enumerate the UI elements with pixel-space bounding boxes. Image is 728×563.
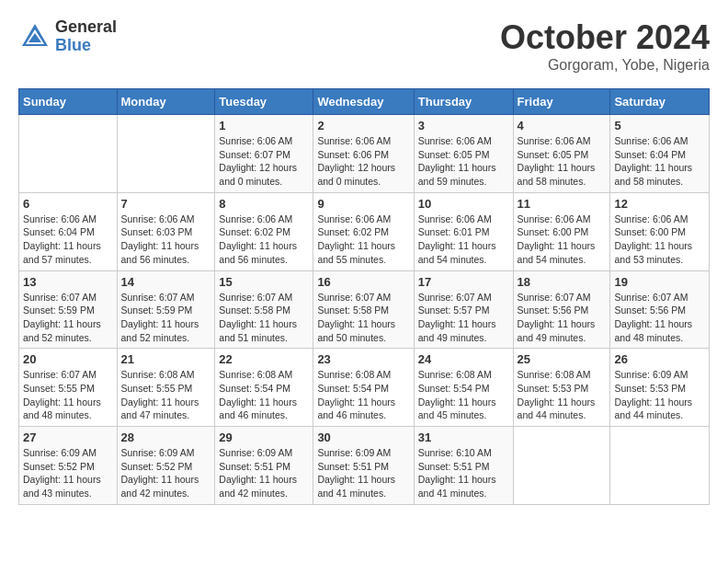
day-info: Sunrise: 6:06 AMSunset: 6:02 PMDaylight:… [317, 213, 409, 267]
title-block: October 2024 Gorgoram, Yobe, Nigeria [500, 18, 710, 74]
logo-blue-text: Blue [55, 37, 117, 55]
calendar-cell: 17Sunrise: 6:07 AMSunset: 5:57 PMDayligh… [414, 270, 513, 349]
calendar-cell [117, 115, 215, 193]
calendar-cell: 10Sunrise: 6:06 AMSunset: 6:01 PMDayligh… [414, 192, 513, 270]
weekday-header-wednesday: Wednesday [313, 89, 414, 115]
week-row-5: 27Sunrise: 6:09 AMSunset: 5:52 PMDayligh… [19, 427, 710, 505]
weekday-header-monday: Monday [117, 89, 215, 115]
day-info: Sunrise: 6:07 AMSunset: 5:56 PMDaylight:… [518, 291, 607, 345]
calendar-cell: 25Sunrise: 6:08 AMSunset: 5:53 PMDayligh… [513, 349, 610, 427]
weekday-header-saturday: Saturday [610, 89, 710, 115]
week-row-3: 13Sunrise: 6:07 AMSunset: 5:59 PMDayligh… [19, 270, 710, 349]
day-number: 22 [219, 352, 309, 366]
day-info: Sunrise: 6:08 AMSunset: 5:55 PMDaylight:… [121, 368, 211, 422]
calendar-cell [513, 427, 610, 505]
calendar-cell: 4Sunrise: 6:06 AMSunset: 6:05 PMDaylight… [513, 115, 610, 193]
day-number: 6 [23, 197, 113, 211]
calendar-cell: 2Sunrise: 6:06 AMSunset: 6:06 PMDaylight… [313, 115, 414, 193]
day-number: 26 [614, 352, 705, 366]
day-info: Sunrise: 6:09 AMSunset: 5:51 PMDaylight:… [317, 446, 409, 500]
day-number: 10 [418, 197, 509, 211]
day-info: Sunrise: 6:08 AMSunset: 5:54 PMDaylight:… [317, 368, 409, 422]
day-number: 14 [121, 275, 211, 289]
day-number: 25 [518, 352, 607, 366]
calendar-cell: 27Sunrise: 6:09 AMSunset: 5:52 PMDayligh… [19, 427, 118, 505]
day-number: 7 [121, 197, 211, 211]
calendar-cell: 21Sunrise: 6:08 AMSunset: 5:55 PMDayligh… [117, 349, 215, 427]
calendar-cell: 24Sunrise: 6:08 AMSunset: 5:54 PMDayligh… [414, 349, 513, 427]
day-info: Sunrise: 6:09 AMSunset: 5:53 PMDaylight:… [614, 368, 705, 422]
day-number: 2 [317, 119, 409, 132]
calendar-cell [610, 427, 710, 505]
week-row-4: 20Sunrise: 6:07 AMSunset: 5:55 PMDayligh… [19, 349, 710, 427]
calendar-cell: 31Sunrise: 6:10 AMSunset: 5:51 PMDayligh… [414, 427, 513, 505]
day-info: Sunrise: 6:07 AMSunset: 5:58 PMDaylight:… [317, 291, 409, 345]
calendar-cell: 15Sunrise: 6:07 AMSunset: 5:58 PMDayligh… [215, 270, 313, 349]
day-number: 13 [23, 275, 113, 289]
calendar-cell: 23Sunrise: 6:08 AMSunset: 5:54 PMDayligh… [313, 349, 414, 427]
day-info: Sunrise: 6:07 AMSunset: 5:58 PMDaylight:… [219, 291, 309, 345]
day-info: Sunrise: 6:06 AMSunset: 6:06 PMDaylight:… [317, 134, 409, 189]
day-number: 30 [317, 431, 409, 444]
day-number: 27 [23, 431, 113, 444]
day-info: Sunrise: 6:08 AMSunset: 5:54 PMDaylight:… [418, 368, 509, 422]
calendar-cell: 19Sunrise: 6:07 AMSunset: 5:56 PMDayligh… [610, 270, 710, 349]
logo-icon [18, 20, 51, 53]
day-number: 17 [418, 275, 509, 289]
logo: General Blue [18, 18, 117, 55]
weekday-header-row: SundayMondayTuesdayWednesdayThursdayFrid… [19, 89, 710, 115]
day-info: Sunrise: 6:06 AMSunset: 6:05 PMDaylight:… [518, 134, 607, 189]
calendar-cell: 9Sunrise: 6:06 AMSunset: 6:02 PMDaylight… [313, 192, 414, 270]
calendar-cell: 13Sunrise: 6:07 AMSunset: 5:59 PMDayligh… [19, 270, 118, 349]
page-header: General Blue October 2024 Gorgoram, Yobe… [18, 18, 710, 74]
day-info: Sunrise: 6:07 AMSunset: 5:55 PMDaylight:… [23, 368, 113, 422]
day-number: 19 [614, 275, 705, 289]
week-row-1: 1Sunrise: 6:06 AMSunset: 6:07 PMDaylight… [19, 115, 710, 193]
calendar-cell: 30Sunrise: 6:09 AMSunset: 5:51 PMDayligh… [313, 427, 414, 505]
day-info: Sunrise: 6:06 AMSunset: 6:03 PMDaylight:… [121, 213, 211, 267]
day-info: Sunrise: 6:06 AMSunset: 6:00 PMDaylight:… [614, 213, 705, 267]
day-info: Sunrise: 6:09 AMSunset: 5:52 PMDaylight:… [23, 446, 113, 500]
day-number: 29 [219, 431, 309, 444]
day-number: 9 [317, 197, 409, 211]
day-info: Sunrise: 6:09 AMSunset: 5:51 PMDaylight:… [219, 446, 309, 500]
calendar-cell: 5Sunrise: 6:06 AMSunset: 6:04 PMDaylight… [610, 115, 710, 193]
weekday-header-sunday: Sunday [19, 89, 118, 115]
day-info: Sunrise: 6:06 AMSunset: 6:05 PMDaylight:… [418, 134, 509, 189]
day-info: Sunrise: 6:07 AMSunset: 5:59 PMDaylight:… [23, 291, 113, 345]
calendar-cell: 28Sunrise: 6:09 AMSunset: 5:52 PMDayligh… [117, 427, 215, 505]
calendar-cell: 26Sunrise: 6:09 AMSunset: 5:53 PMDayligh… [610, 349, 710, 427]
calendar-cell: 16Sunrise: 6:07 AMSunset: 5:58 PMDayligh… [313, 270, 414, 349]
day-info: Sunrise: 6:08 AMSunset: 5:53 PMDaylight:… [518, 368, 607, 422]
day-number: 1 [219, 119, 309, 132]
day-number: 23 [317, 352, 409, 366]
day-number: 11 [518, 197, 607, 211]
month-title: October 2024 [500, 18, 710, 57]
day-number: 12 [614, 197, 705, 211]
calendar-cell: 14Sunrise: 6:07 AMSunset: 5:59 PMDayligh… [117, 270, 215, 349]
day-info: Sunrise: 6:10 AMSunset: 5:51 PMDaylight:… [418, 446, 509, 500]
day-number: 16 [317, 275, 409, 289]
calendar-cell: 20Sunrise: 6:07 AMSunset: 5:55 PMDayligh… [19, 349, 118, 427]
calendar-cell [19, 115, 118, 193]
calendar-cell: 11Sunrise: 6:06 AMSunset: 6:00 PMDayligh… [513, 192, 610, 270]
day-number: 21 [121, 352, 211, 366]
location: Gorgoram, Yobe, Nigeria [500, 57, 710, 74]
weekday-header-thursday: Thursday [414, 89, 513, 115]
day-info: Sunrise: 6:07 AMSunset: 5:57 PMDaylight:… [418, 291, 509, 345]
day-number: 31 [418, 431, 509, 444]
calendar-cell: 12Sunrise: 6:06 AMSunset: 6:00 PMDayligh… [610, 192, 710, 270]
day-number: 3 [418, 119, 509, 132]
calendar-cell: 18Sunrise: 6:07 AMSunset: 5:56 PMDayligh… [513, 270, 610, 349]
day-number: 18 [518, 275, 607, 289]
day-info: Sunrise: 6:08 AMSunset: 5:54 PMDaylight:… [219, 368, 309, 422]
calendar-cell: 6Sunrise: 6:06 AMSunset: 6:04 PMDaylight… [19, 192, 118, 270]
calendar-cell: 7Sunrise: 6:06 AMSunset: 6:03 PMDaylight… [117, 192, 215, 270]
calendar-cell: 8Sunrise: 6:06 AMSunset: 6:02 PMDaylight… [215, 192, 313, 270]
calendar-cell: 3Sunrise: 6:06 AMSunset: 6:05 PMDaylight… [414, 115, 513, 193]
weekday-header-tuesday: Tuesday [215, 89, 313, 115]
calendar-cell: 22Sunrise: 6:08 AMSunset: 5:54 PMDayligh… [215, 349, 313, 427]
calendar-cell: 29Sunrise: 6:09 AMSunset: 5:51 PMDayligh… [215, 427, 313, 505]
calendar-table: SundayMondayTuesdayWednesdayThursdayFrid… [18, 88, 710, 505]
day-info: Sunrise: 6:06 AMSunset: 6:07 PMDaylight:… [219, 134, 309, 189]
